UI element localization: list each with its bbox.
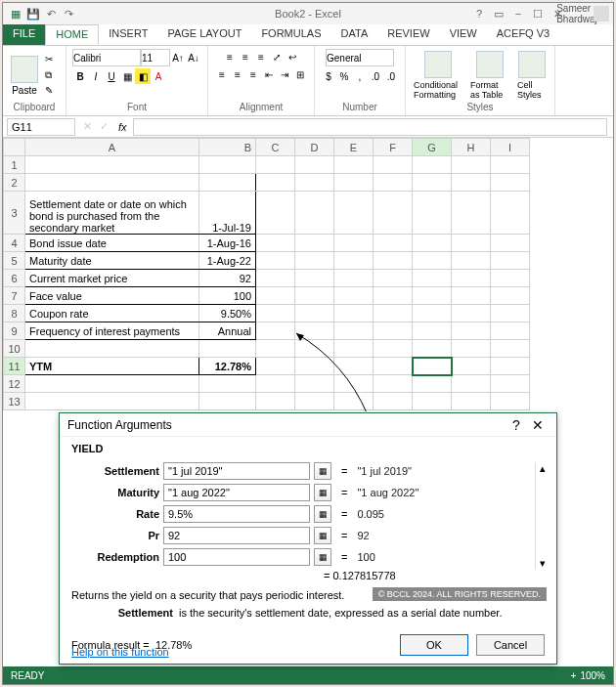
tab-home[interactable]: HOME <box>45 24 99 45</box>
cell-a3[interactable]: Settlement date or date on which bond is… <box>25 192 199 235</box>
dialog-title-bar[interactable]: Function Arguments ? ✕ <box>60 413 556 437</box>
cell-b7[interactable]: 100 <box>199 287 256 305</box>
cell-a6[interactable]: Current market price <box>25 270 199 287</box>
name-box[interactable] <box>7 118 75 136</box>
cell-b8[interactable]: 9.50% <box>199 305 256 322</box>
cell[interactable] <box>199 393 256 410</box>
cell-b4[interactable]: 1-Aug-16 <box>199 235 256 252</box>
settlement-input[interactable] <box>163 462 310 480</box>
paste-button[interactable]: Paste <box>9 54 40 98</box>
cell[interactable] <box>25 156 199 174</box>
worksheet-grid[interactable]: A B C D E F G H I 1 2 3Settlement date o… <box>3 138 613 411</box>
tab-page-layout[interactable]: PAGE LAYOUT <box>157 24 251 45</box>
font-size-select[interactable] <box>141 49 170 66</box>
arg-scrollbar[interactable]: ▴▾ <box>535 462 549 570</box>
collapse-dialog-icon[interactable]: ▦ <box>314 505 331 523</box>
currency-icon[interactable]: $ <box>321 68 336 84</box>
cell-a8[interactable]: Coupon rate <box>25 305 199 322</box>
decrease-decimal-icon[interactable]: .0 <box>383 68 399 84</box>
cell[interactable] <box>199 340 256 358</box>
cell-b9[interactable]: Annual <box>199 322 256 340</box>
col-header-f[interactable]: F <box>374 139 413 156</box>
user-avatar-icon[interactable] <box>594 6 609 21</box>
redo-icon[interactable]: ↷ <box>62 7 75 21</box>
scroll-down-icon[interactable]: ▾ <box>540 557 546 570</box>
redemption-input[interactable] <box>163 548 310 566</box>
pr-input[interactable] <box>163 527 310 544</box>
decrease-indent-icon[interactable]: ⇤ <box>261 66 277 82</box>
zoom-level[interactable]: +100% <box>571 670 605 681</box>
collapse-dialog-icon[interactable]: ▦ <box>314 548 331 566</box>
italic-icon[interactable]: I <box>88 68 104 84</box>
row-header[interactable]: 12 <box>4 375 25 393</box>
copy-icon[interactable]: ⧉ <box>44 68 60 82</box>
format-as-table-button[interactable]: Format as Table <box>468 49 511 102</box>
collapse-dialog-icon[interactable]: ▦ <box>314 527 331 544</box>
conditional-formatting-button[interactable]: Conditional Formatting <box>412 49 464 102</box>
undo-icon[interactable]: ↶ <box>44 7 58 21</box>
active-cell-g11[interactable] <box>413 358 452 375</box>
underline-icon[interactable]: U <box>104 68 119 84</box>
align-left-icon[interactable]: ≡ <box>214 66 230 82</box>
ok-button[interactable]: OK <box>400 634 468 656</box>
maximize-icon[interactable]: ☐ <box>529 6 547 21</box>
align-middle-icon[interactable]: ≡ <box>238 49 253 64</box>
font-color-icon[interactable]: A <box>151 68 166 84</box>
enter-fx-icon[interactable]: ✓ <box>96 120 112 133</box>
border-icon[interactable]: ▦ <box>119 68 135 84</box>
cell[interactable] <box>199 174 256 192</box>
tab-data[interactable]: DATA <box>331 24 378 45</box>
align-center-icon[interactable]: ≡ <box>230 66 245 82</box>
row-header[interactable]: 5 <box>4 252 25 270</box>
number-format-select[interactable] <box>326 49 394 66</box>
tab-insert[interactable]: INSERT <box>99 24 157 45</box>
fill-color-icon[interactable]: ◧ <box>135 68 151 84</box>
fx-icon[interactable]: fx <box>112 121 133 133</box>
help-icon[interactable]: ? <box>470 6 488 21</box>
row-header[interactable]: 7 <box>4 287 25 305</box>
collapse-dialog-icon[interactable]: ▦ <box>314 484 331 501</box>
cell-a4[interactable]: Bond issue date <box>25 235 199 252</box>
tab-review[interactable]: REVIEW <box>377 24 439 45</box>
row-header[interactable]: 2 <box>4 174 25 192</box>
row-header[interactable]: 6 <box>4 270 25 287</box>
col-header-a[interactable]: A <box>25 139 199 156</box>
align-right-icon[interactable]: ≡ <box>245 66 261 82</box>
cell-b6[interactable]: 92 <box>199 270 256 287</box>
orientation-icon[interactable]: ⤢ <box>269 49 285 64</box>
col-header-d[interactable]: D <box>295 139 334 156</box>
align-bottom-icon[interactable]: ≡ <box>253 49 269 64</box>
cell-b3[interactable]: 1-Jul-19 <box>199 192 256 235</box>
help-link[interactable]: Help on this function <box>71 646 169 658</box>
cell-a11[interactable]: YTM <box>25 358 199 375</box>
decrease-font-icon[interactable]: A↓ <box>186 50 201 65</box>
cut-icon[interactable]: ✂ <box>44 53 60 66</box>
row-header[interactable]: 8 <box>4 305 25 322</box>
minimize-icon[interactable]: − <box>509 6 527 21</box>
cell-a9[interactable]: Frequency of interest payments <box>25 322 199 340</box>
font-name-select[interactable] <box>72 49 141 66</box>
col-header-b[interactable]: B <box>199 139 256 156</box>
rate-input[interactable] <box>163 505 310 523</box>
cell-a5[interactable]: Maturity date <box>25 252 199 270</box>
select-all-corner[interactable] <box>4 139 25 156</box>
save-icon[interactable]: 💾 <box>26 7 40 21</box>
cell[interactable] <box>25 340 199 358</box>
ribbon-display-icon[interactable]: ▭ <box>490 6 507 21</box>
dialog-help-icon[interactable]: ? <box>506 417 527 433</box>
tab-acefq[interactable]: ACEFQ V3 <box>487 24 559 45</box>
row-header[interactable]: 3 <box>4 192 25 235</box>
row-header[interactable]: 4 <box>4 235 25 252</box>
cell[interactable] <box>25 174 199 192</box>
format-painter-icon[interactable]: ✎ <box>44 84 60 98</box>
bold-icon[interactable]: B <box>72 68 88 84</box>
cell[interactable] <box>199 156 256 174</box>
row-header[interactable]: 13 <box>4 393 25 410</box>
tab-file[interactable]: FILE <box>3 24 45 45</box>
row-header[interactable]: 10 <box>4 340 25 358</box>
collapse-dialog-icon[interactable]: ▦ <box>314 462 331 480</box>
row-header[interactable]: 1 <box>4 156 25 174</box>
col-header-c[interactable]: C <box>256 139 295 156</box>
increase-decimal-icon[interactable]: .0 <box>368 68 383 84</box>
cancel-button[interactable]: Cancel <box>476 634 545 656</box>
